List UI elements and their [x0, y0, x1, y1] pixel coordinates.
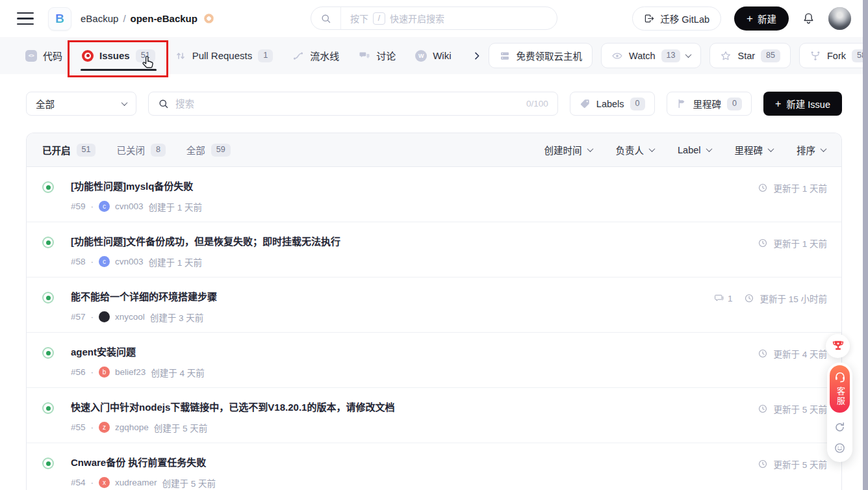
- issue-row[interactable]: 能不能给一个详细的环境搭建步骤 #57 · xnycool 创建于 3 天前 1: [27, 277, 841, 333]
- site-logo[interactable]: B: [48, 7, 71, 31]
- issue-title[interactable]: [功能性问题]myslq备份失败: [71, 180, 758, 193]
- all-count-badge: 59: [211, 144, 231, 157]
- issue-row[interactable]: 快速入门中针对nodejs下载链接中，已选不到V18.20.1的版本，请修改文档…: [27, 388, 841, 443]
- issues-count-badge: 51: [136, 49, 155, 62]
- tag-icon: [580, 98, 591, 109]
- issue-updated: 更新于 4 天前: [773, 347, 827, 360]
- free-cloud-host-button[interactable]: 免费领取云主机: [489, 43, 593, 68]
- hamburger-menu-icon[interactable]: [17, 12, 34, 25]
- issue-title[interactable]: agent安装问题: [71, 346, 758, 359]
- author-avatar[interactable]: c: [99, 256, 110, 267]
- tab-issues[interactable]: Issues 51: [72, 37, 165, 74]
- clock-icon: [758, 348, 768, 359]
- user-avatar[interactable]: [828, 7, 851, 30]
- chevron-down-icon: [706, 146, 712, 152]
- state-open[interactable]: 已开启 51: [42, 143, 96, 157]
- notifications-bell-icon[interactable]: [802, 12, 815, 25]
- state-all[interactable]: 全部 59: [186, 143, 231, 157]
- clock-icon: [758, 238, 768, 248]
- issue-row[interactable]: Cnware备份 执行前置任务失败 #54 · x xudreamer 创建于 …: [27, 443, 841, 490]
- issue-title[interactable]: 能不能给一个详细的环境搭建步骤: [71, 290, 714, 303]
- breadcrumb-separator: /: [123, 13, 125, 24]
- chevron-down-icon: [649, 146, 656, 152]
- sort-dropdowns: 创建时间 负责人 Label 里程碑 排序: [544, 143, 826, 157]
- watch-button[interactable]: Watch 13: [601, 43, 701, 68]
- breadcrumb: eBackup / open-eBackup: [81, 13, 214, 24]
- scope-select[interactable]: 全部: [26, 92, 136, 116]
- milestone-button[interactable]: 里程碑 0: [667, 92, 752, 116]
- issue-number: #58: [71, 257, 86, 266]
- issue-author[interactable]: cvn003: [115, 257, 144, 266]
- issue-title[interactable]: Cnware备份 执行前置任务失败: [71, 456, 758, 469]
- issue-meta: #58 · c cvn003 创建于 1 天前: [71, 255, 758, 268]
- new-issue-button[interactable]: + 新建 Issue: [763, 92, 842, 116]
- open-issue-icon: [42, 402, 54, 414]
- sort-created-dropdown[interactable]: 创建时间: [544, 143, 593, 157]
- star-button[interactable]: Star 85: [709, 43, 791, 68]
- issue-meta: #56 · b belief23 创建于 4 天前: [71, 366, 758, 379]
- issue-search-input[interactable]: [175, 99, 520, 109]
- issue-created: 创建于 5 天前: [162, 476, 216, 489]
- tab-code[interactable]: <> 代码: [16, 37, 72, 74]
- author-avatar[interactable]: c: [99, 201, 110, 212]
- sort-milestone-dropdown[interactable]: 里程碑: [735, 143, 774, 157]
- author-avatar[interactable]: x: [99, 477, 110, 488]
- repo-badge-icon: [204, 14, 214, 23]
- fork-button[interactable]: Fork 58: [799, 43, 868, 68]
- state-closed[interactable]: 已关闭 8: [116, 143, 165, 157]
- new-button[interactable]: + 新建: [734, 6, 789, 31]
- issue-updated: 更新于 15 小时前: [760, 292, 827, 305]
- page-scrollbar[interactable]: [863, 0, 868, 490]
- tab-pipeline[interactable]: 流水线: [283, 37, 349, 74]
- issue-author[interactable]: xnycool: [115, 312, 145, 322]
- sort-assignee-dropdown[interactable]: 负责人: [616, 143, 655, 157]
- author-avatar[interactable]: z: [99, 422, 110, 433]
- breadcrumb-repo[interactable]: open-eBackup: [131, 13, 198, 24]
- star-count-badge: 85: [761, 49, 780, 62]
- issue-title[interactable]: 快速入门中针对nodejs下载链接中，已选不到V18.20.1的版本，请修改文档: [71, 401, 758, 414]
- issue-row[interactable]: [功能性问题]myslq备份失败 #59 · c cvn003 创建于 1 天前…: [27, 167, 841, 222]
- issue-created: 创建于 1 天前: [149, 255, 203, 268]
- clock-icon: [758, 404, 768, 414]
- tabs-overflow-chevron-right-icon[interactable]: [465, 51, 489, 61]
- issue-author[interactable]: belief23: [115, 367, 146, 377]
- author-avatar[interactable]: [99, 311, 110, 322]
- migrate-gitlab-button[interactable]: 迁移 GitLab: [632, 6, 721, 31]
- tab-discussion[interactable]: 讨论: [349, 37, 405, 74]
- issues-filter-bar: 全部 0/100 Labels 0: [26, 92, 842, 116]
- breadcrumb-org[interactable]: eBackup: [81, 13, 118, 24]
- closed-count-badge: 8: [151, 144, 166, 157]
- migrate-icon: [644, 13, 655, 24]
- author-avatar[interactable]: b: [99, 367, 110, 378]
- header-actions: 迁移 GitLab + 新建: [632, 6, 851, 31]
- open-issue-icon: [42, 347, 54, 359]
- tab-wiki[interactable]: W Wiki: [405, 37, 461, 74]
- customer-service-button[interactable]: 客服: [830, 365, 850, 413]
- chevron-down-icon: [587, 146, 593, 152]
- smiley-icon[interactable]: [834, 442, 846, 454]
- watch-icon: [611, 50, 623, 62]
- issue-title[interactable]: [功能性问题]文件备份成功，但是恢复失败；即时挂载无法执行: [71, 235, 758, 248]
- tab-pull-requests[interactable]: Pull Requests 1: [165, 37, 283, 74]
- sort-order-dropdown[interactable]: 排序: [797, 143, 826, 157]
- chevron-down-icon: [821, 146, 827, 152]
- logo-letter: B: [55, 12, 64, 26]
- discussion-icon: [359, 50, 370, 62]
- sort-label-dropdown[interactable]: Label: [678, 145, 711, 155]
- fork-icon: [810, 50, 821, 62]
- trophy-fab[interactable]: [826, 334, 850, 358]
- issue-updated: 更新于 1 天前: [773, 181, 827, 194]
- issue-number: #56: [71, 367, 86, 377]
- top-header: B eBackup / open-eBackup 按下 / 快速开启搜索: [0, 0, 868, 37]
- labels-button[interactable]: Labels 0: [570, 92, 655, 116]
- issue-row[interactable]: [功能性问题]文件备份成功，但是恢复失败；即时挂载无法执行 #58 · c cv…: [27, 222, 841, 277]
- issue-author[interactable]: zgqhope: [115, 422, 149, 432]
- plus-icon: +: [747, 13, 753, 24]
- issue-row[interactable]: agent安装问题 #56 · b belief23 创建于 4 天前 更新于 …: [27, 333, 841, 388]
- global-search-input[interactable]: 按下 / 快速开启搜索: [311, 6, 557, 30]
- issue-author[interactable]: xudreamer: [115, 478, 157, 487]
- open-issue-icon: [42, 458, 54, 469]
- refresh-icon[interactable]: [834, 421, 846, 433]
- issue-author[interactable]: cvn003: [115, 201, 144, 211]
- star-icon: [720, 50, 732, 62]
